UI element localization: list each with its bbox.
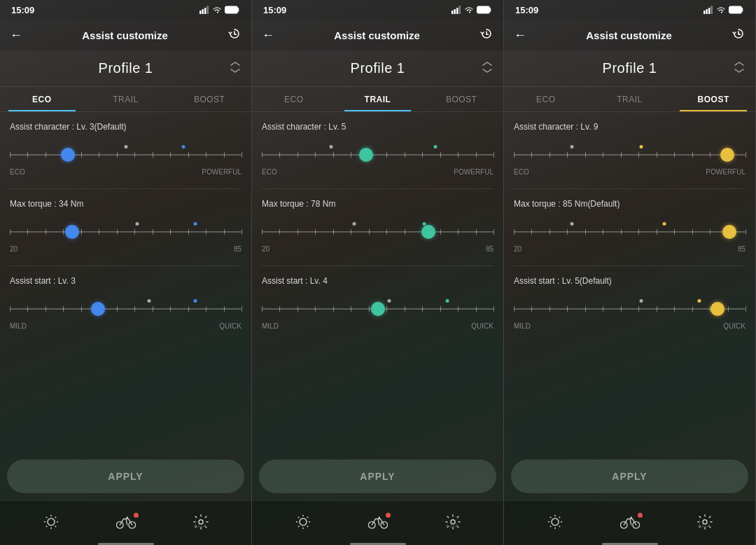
slider-dot-accent [445,299,449,303]
slider-tick [638,152,639,158]
bottom-nav-bike[interactable] [116,514,136,530]
tab-boost[interactable]: BOOST [167,87,251,111]
bottom-nav-bike[interactable] [368,514,388,530]
slider-track [10,231,241,233]
slider-tick [117,306,118,312]
slider-tick [206,229,206,235]
bottom-nav-light[interactable] [43,513,59,530]
svg-rect-23 [456,8,458,14]
tabs-container: ECOTRAILBOOST [0,87,251,112]
slider-tick [550,152,550,158]
history-icon[interactable] [732,27,746,44]
slider-container[interactable] [10,144,241,165]
version-text: 4.0.4 [446,523,458,529]
tab-eco[interactable]: ECO [504,87,588,111]
slider-thumb[interactable] [722,225,736,239]
slider-range-labels: ECOPOWERFUL [262,168,493,176]
back-button[interactable]: ← [514,28,526,43]
slider-tick [27,306,28,312]
slider-right-label: POWERFUL [454,168,493,176]
svg-rect-22 [454,9,456,14]
slider-tick [298,229,298,235]
svg-rect-5 [226,7,236,13]
bike-icon [116,514,136,530]
slider-container[interactable] [10,221,241,242]
bottom-nav: 4.0.4 [504,500,755,542]
slider-thumb[interactable] [65,225,79,239]
content-area: Assist character : Lv. 9ECOPOWERFULMax t… [504,112,755,454]
apply-button[interactable]: APPLY [511,460,748,493]
slider-container[interactable] [262,144,493,165]
bottom-nav-light[interactable] [295,513,312,530]
slider-left-label: 20 [514,245,522,253]
svg-rect-42 [704,11,706,14]
slider-tick [405,306,405,312]
slider-thumb[interactable] [720,148,734,162]
slider-container[interactable] [514,221,746,242]
slider-tick [153,152,153,158]
tab-eco[interactable]: ECO [252,87,336,111]
profile-switch-icon[interactable] [733,61,746,76]
history-icon[interactable] [227,27,241,44]
slider-container[interactable] [514,298,746,319]
back-button[interactable]: ← [10,28,22,43]
slider-container[interactable] [262,298,493,319]
profile-switch-icon[interactable] [229,61,241,76]
slider-right-label: 85 [486,245,493,253]
slider-tick [99,229,99,235]
slider-tick [476,229,477,235]
nav-bar: ←Assist customize [504,20,755,50]
bottom-nav-bike[interactable] [620,514,640,530]
status-bar: 15:09 [0,0,251,20]
slider-section: Max torque : 78 Nm2085 [262,199,493,253]
tab-boost[interactable]: BOOST [419,87,503,111]
slider-label: Assist character : Lv. 3(Default) [10,122,241,132]
slider-dot-default [388,299,391,303]
bottom-nav-light[interactable] [547,513,564,530]
tab-trail[interactable]: TRAIL [84,87,168,111]
bike-notification-dot [386,513,391,518]
profile-switch-icon[interactable] [481,61,493,76]
slider-dot-default [136,222,139,226]
bottom-nav: 4.0.4 [0,500,251,542]
slider-tick [153,306,153,312]
bottom-nav-settings[interactable]: 4.0.4 [192,513,209,530]
scroll-thumb [602,543,658,545]
svg-line-15 [46,525,46,526]
slider-tick [550,306,550,312]
bottom-nav-settings[interactable]: 4.0.4 [444,513,461,530]
slider-right-label: QUICK [723,322,746,330]
svg-rect-47 [730,7,740,13]
apply-button[interactable]: APPLY [7,460,244,493]
svg-rect-45 [711,6,713,14]
slider-thumb[interactable] [710,302,724,316]
slider-dot-accent [663,222,666,226]
slider-range-labels: 2085 [262,245,493,253]
svg-rect-3 [207,6,209,14]
slider-tick [117,229,118,235]
history-icon[interactable] [479,27,493,44]
slider-dot-accent [640,145,643,149]
apply-button[interactable]: APPLY [259,460,496,493]
slider-thumb[interactable] [421,225,435,239]
bottom-nav-settings[interactable]: 4.0.4 [696,513,713,530]
back-button[interactable]: ← [262,28,274,43]
slider-section: Max torque : 85 Nm(Default)2085 [514,199,746,253]
svg-point-40 [378,516,380,518]
slider-thumb[interactable] [91,302,105,316]
divider [262,188,493,189]
slider-container[interactable] [514,144,746,165]
slider-thumb[interactable] [61,148,75,162]
tab-trail[interactable]: TRAIL [588,87,672,111]
slider-thumb[interactable] [371,302,385,316]
tab-eco[interactable]: ECO [0,87,84,111]
slider-tick [531,152,532,158]
slider-container[interactable] [262,221,493,242]
tab-trail[interactable]: TRAIL [336,87,420,111]
slider-container[interactable] [10,298,241,319]
slider-tick [63,229,64,235]
slider-tick [657,306,657,312]
tab-boost[interactable]: BOOST [671,87,755,111]
slider-thumb[interactable] [359,148,373,162]
slider-right-label: POWERFUL [706,168,746,176]
